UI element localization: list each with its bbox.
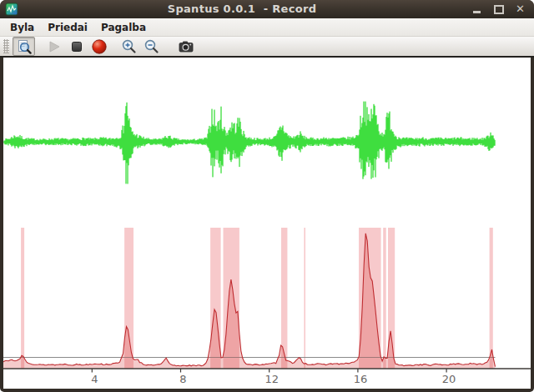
inspect-button[interactable]: [13, 37, 35, 56]
x-axis-label: 8: [179, 373, 186, 385]
window-title: Spantus 0.0.1 - Record: [25, 0, 459, 18]
signal-view[interactable]: 48121620: [3, 58, 531, 389]
menu-priedai[interactable]: Priedai: [41, 20, 94, 35]
app-icon: [5, 3, 18, 16]
window-controls: ✕: [471, 0, 526, 18]
titlebar[interactable]: Spantus 0.0.1 - Record ✕: [0, 0, 534, 18]
stop-icon: [69, 39, 84, 54]
zoom-in-icon: [121, 38, 138, 55]
camera-icon: [178, 38, 194, 55]
x-axis-label: 4: [91, 373, 98, 385]
x-axis-label: 20: [442, 373, 456, 385]
snapshot-button[interactable]: [174, 37, 197, 56]
x-axis-label: 16: [354, 373, 368, 385]
zoom-in-button[interactable]: [118, 37, 140, 56]
menubar: Byla Priedai Pagalba: [0, 18, 534, 37]
maximize-button[interactable]: [493, 3, 504, 15]
energy-curve: [3, 234, 495, 367]
maximize-icon: [494, 5, 504, 14]
segment-band: [304, 228, 305, 369]
close-button[interactable]: ✕: [515, 3, 526, 15]
minimize-button[interactable]: [471, 3, 482, 15]
toolbar-drag-handle[interactable]: [3, 39, 9, 53]
zoom-out-button[interactable]: [140, 37, 163, 56]
zoom-out-icon: [144, 38, 160, 55]
stop-button[interactable]: [65, 37, 88, 56]
segment-band: [21, 228, 24, 369]
magnifier-document-icon: [16, 38, 33, 55]
play-icon: [47, 39, 62, 54]
menu-pagalba[interactable]: Pagalba: [94, 20, 153, 35]
segment-band: [490, 228, 493, 369]
segment-band: [383, 228, 386, 369]
menu-byla[interactable]: Byla: [3, 20, 41, 35]
record-button[interactable]: [88, 37, 110, 56]
close-icon: ✕: [516, 3, 525, 15]
app-window: Spantus 0.0.1 - Record ✕ Byla Priedai Pa…: [0, 0, 534, 392]
play-button[interactable]: [43, 37, 65, 56]
energy-area: [3, 234, 495, 369]
signal-plots: 48121620: [3, 58, 531, 389]
record-icon: [91, 38, 108, 55]
x-axis-label: 12: [264, 373, 279, 385]
waveform-path: [4, 102, 495, 184]
toolbar: [0, 37, 534, 58]
minimize-icon: [473, 11, 481, 13]
